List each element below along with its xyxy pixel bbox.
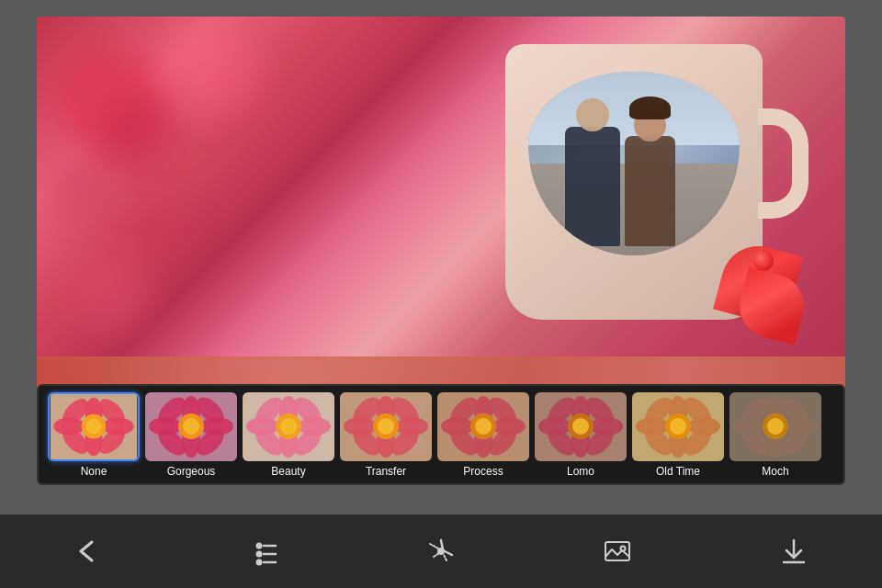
back-icon: [74, 537, 103, 566]
filter-thumb-transfer: [340, 392, 432, 461]
filter-label-beauty: Beauty: [271, 465, 305, 478]
filter-strip: None Gorgeous: [37, 384, 845, 485]
svg-line-95: [445, 551, 452, 555]
filter-item-old_time[interactable]: Old Time: [632, 392, 724, 478]
filter-label-moch: Moch: [762, 465, 788, 478]
download-icon: [779, 537, 808, 566]
filter-item-gorgeous[interactable]: Gorgeous: [145, 392, 237, 478]
filter-flower-svg: [437, 392, 529, 461]
filter-flower-svg: [632, 392, 724, 461]
svg-point-101: [621, 547, 626, 551]
filter-label-gorgeous: Gorgeous: [167, 465, 216, 478]
filter-item-moch[interactable]: Moch: [729, 392, 821, 478]
background-image: [37, 17, 845, 412]
filter-flower-svg: [340, 392, 432, 461]
svg-point-54: [475, 418, 492, 435]
filter-item-lomo[interactable]: Lomo: [535, 392, 627, 478]
mug-frame: [469, 35, 818, 366]
filter-thumb-gorgeous: [145, 392, 237, 461]
svg-point-87: [767, 418, 784, 435]
svg-point-88: [257, 544, 262, 548]
filter-flower-svg: [243, 392, 334, 461]
filter-flower-svg: [535, 392, 627, 461]
svg-point-89: [257, 552, 262, 557]
effects-icon: [426, 537, 456, 566]
filter-label-none: None: [81, 465, 107, 478]
filter-label-transfer: Transfer: [366, 465, 406, 478]
svg-rect-100: [605, 542, 629, 560]
svg-point-90: [257, 560, 262, 565]
filter-thumb-moch: [729, 392, 821, 461]
filter-item-beauty[interactable]: Beauty: [243, 392, 334, 478]
gallery-icon: [603, 537, 632, 566]
svg-point-32: [280, 418, 297, 435]
filter-label-old_time: Old Time: [656, 465, 700, 478]
svg-point-43: [378, 418, 394, 435]
top-area: None Gorgeous: [37, 0, 845, 513]
filter-thumb-lomo: [535, 392, 627, 461]
svg-line-97: [430, 544, 438, 548]
heart-photo: [528, 72, 740, 255]
svg-line-99: [444, 555, 447, 560]
back-button[interactable]: [65, 528, 111, 574]
ribbon-decoration: [721, 246, 813, 347]
menu-icon: [250, 537, 279, 566]
svg-point-10: [85, 418, 101, 434]
svg-point-21: [183, 418, 199, 435]
menu-button[interactable]: [242, 528, 288, 574]
bottom-toolbar: [0, 514, 882, 588]
filter-flower-svg: [145, 392, 237, 461]
filter-thumb-beauty: [243, 392, 334, 461]
filter-label-process: Process: [463, 465, 503, 478]
filter-item-process[interactable]: Process: [437, 392, 529, 478]
filter-thumb-none: [48, 392, 140, 461]
download-button[interactable]: [771, 528, 817, 574]
filter-flower-svg: [50, 394, 138, 459]
svg-line-98: [434, 553, 439, 557]
svg-point-96: [438, 548, 444, 554]
filter-label-lomo: Lomo: [567, 465, 594, 478]
filter-thumb-old_time: [632, 392, 724, 461]
filter-item-transfer[interactable]: Transfer: [340, 392, 432, 478]
effects-button[interactable]: [418, 528, 464, 574]
filter-thumb-process: [437, 392, 529, 461]
svg-point-76: [670, 418, 686, 435]
svg-point-65: [572, 418, 589, 435]
filter-flower-svg: [729, 392, 821, 461]
app-container: None Gorgeous: [0, 0, 882, 588]
main-canvas: [37, 17, 845, 412]
filter-item-none[interactable]: None: [48, 392, 140, 478]
gallery-button[interactable]: [594, 528, 640, 574]
